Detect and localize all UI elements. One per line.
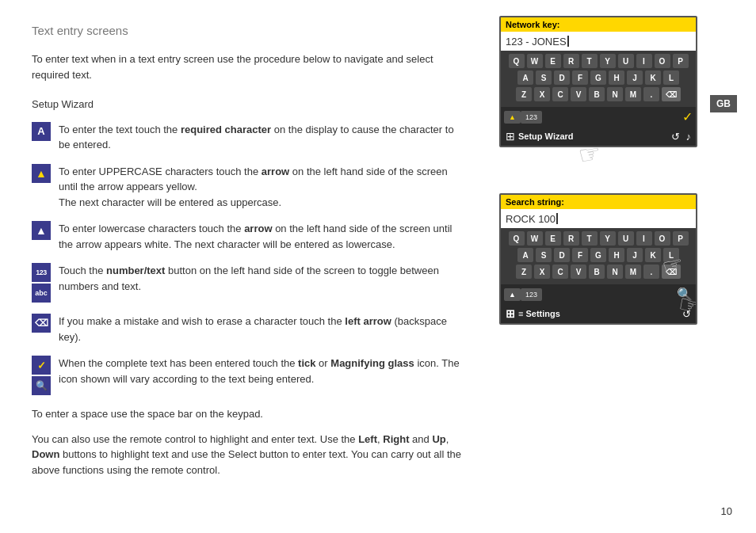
hand-cursor-1-area: ☞ bbox=[578, 139, 601, 169]
icon-up-yellow: ▲ bbox=[32, 164, 51, 183]
icon-abc: abc bbox=[32, 284, 51, 303]
kw1-bottom-row: ▲ 123 ✓ bbox=[501, 107, 696, 127]
up-arrow-icon-2: ▲ bbox=[509, 291, 516, 299]
key2-g[interactable]: G bbox=[590, 248, 606, 262]
key2-p[interactable]: P bbox=[673, 231, 689, 246]
key-a[interactable]: A bbox=[517, 70, 533, 85]
intro-text: To enter text when in a text entry scree… bbox=[32, 51, 468, 82]
key2-x[interactable]: X bbox=[534, 265, 550, 279]
kw2-123-btn[interactable]: 123 bbox=[521, 288, 542, 301]
key2-q[interactable]: Q bbox=[509, 231, 525, 246]
key-w[interactable]: W bbox=[527, 54, 543, 68]
key-z[interactable]: Z bbox=[516, 87, 532, 101]
kw2-up-arrow[interactable]: ▲ bbox=[504, 288, 521, 301]
key-k[interactable]: K bbox=[645, 70, 661, 85]
feature-uppercase: ▲ To enter UPPERCASE characters touch th… bbox=[32, 164, 468, 211]
key2-y[interactable]: Y bbox=[600, 231, 616, 246]
key-q[interactable]: Q bbox=[509, 54, 525, 68]
up-arrow-icon: ▲ bbox=[509, 113, 516, 121]
feature-text-backspace: If you make a mistake and wish to erase … bbox=[59, 314, 468, 345]
gb-badge: GB bbox=[710, 95, 737, 112]
key-l[interactable]: L bbox=[663, 70, 679, 85]
key-o[interactable]: O bbox=[655, 54, 670, 68]
key2-m[interactable]: M bbox=[625, 265, 641, 279]
kw2-123-label: 123 bbox=[525, 291, 537, 299]
key-x[interactable]: X bbox=[534, 87, 550, 101]
key-n[interactable]: N bbox=[607, 87, 623, 101]
page-number: 10 bbox=[721, 505, 732, 517]
kw2-bottom-row: ▲ 123 🔍 bbox=[501, 284, 696, 304]
kw1-cursor bbox=[567, 36, 569, 47]
key2-i[interactable]: I bbox=[636, 231, 652, 246]
key2-o[interactable]: O bbox=[655, 231, 670, 246]
key-dot[interactable]: . bbox=[643, 87, 659, 101]
kw1-123-btn[interactable]: 123 bbox=[521, 111, 542, 124]
setup-wizard-label: Setup Wizard bbox=[32, 97, 468, 112]
kw2-input[interactable]: ROCK 100 bbox=[501, 209, 696, 228]
key2-w[interactable]: W bbox=[527, 231, 543, 246]
feature-text-tick: When the complete text has been entered … bbox=[59, 356, 468, 386]
kw2-cursor bbox=[556, 213, 558, 224]
kw1-row2: A S D F G H J K L bbox=[504, 70, 693, 85]
key-j[interactable]: J bbox=[627, 70, 643, 85]
key2-r[interactable]: R bbox=[563, 231, 579, 246]
key-c[interactable]: C bbox=[552, 87, 568, 101]
kw1-sound-icon[interactable]: ♪ bbox=[686, 131, 692, 143]
key-y[interactable]: Y bbox=[600, 54, 616, 68]
right-panel: GB Network key: 123 - JONES Q W E R T Y … bbox=[491, 0, 737, 533]
icon-backspace: ⌫ bbox=[32, 314, 51, 333]
key-h[interactable]: H bbox=[609, 70, 624, 85]
key2-b[interactable]: B bbox=[589, 265, 605, 279]
key2-a[interactable]: A bbox=[517, 248, 533, 262]
key-g[interactable]: G bbox=[590, 70, 606, 85]
key2-t[interactable]: T bbox=[582, 231, 598, 246]
kw1-up-arrow[interactable]: ▲ bbox=[504, 111, 521, 124]
feature-lowercase: ▲ To enter lowercase characters touch th… bbox=[32, 221, 468, 252]
kw1-input-value: 123 - JONES bbox=[506, 36, 567, 48]
key-p[interactable]: P bbox=[673, 54, 689, 68]
kw1-tick-btn[interactable]: ✓ bbox=[682, 109, 693, 124]
key2-e[interactable]: E bbox=[545, 231, 561, 246]
key2-c[interactable]: C bbox=[552, 265, 568, 279]
key-v[interactable]: V bbox=[571, 87, 586, 101]
kw2-settings-label[interactable]: ≡ Settings bbox=[518, 309, 560, 318]
key-m[interactable]: M bbox=[625, 87, 641, 101]
kw1-footer-icons: ↺ ♪ bbox=[671, 131, 692, 143]
kw2-settings-left: ⊞ ≡ Settings bbox=[506, 307, 560, 320]
key2-v[interactable]: V bbox=[571, 265, 586, 279]
feature-text-lowercase: To enter lowercase characters touch the … bbox=[59, 221, 468, 252]
kw1-input[interactable]: 123 - JONES bbox=[501, 32, 696, 51]
kw1-header: Network key: bbox=[501, 17, 696, 32]
key2-s[interactable]: S bbox=[536, 248, 552, 262]
key-s[interactable]: S bbox=[536, 70, 552, 85]
key-r[interactable]: R bbox=[563, 54, 579, 68]
key-d[interactable]: D bbox=[554, 70, 570, 85]
main-content: Text entry screens To enter text when in… bbox=[0, 0, 491, 533]
key-b[interactable]: B bbox=[589, 87, 605, 101]
key2-d[interactable]: D bbox=[554, 248, 570, 262]
icon-123: 123 bbox=[32, 263, 51, 282]
key2-j[interactable]: J bbox=[627, 248, 643, 262]
kw1-back-icon[interactable]: ↺ bbox=[671, 131, 680, 143]
remote-text: You can also use the remote control to h… bbox=[32, 432, 468, 478]
double-icon-tick-magnify: ✓ 🔍 bbox=[32, 356, 51, 395]
kw1-row3: Z X C V B N M . ⌫ bbox=[504, 87, 693, 101]
icon-a: A bbox=[32, 122, 51, 141]
key-u[interactable]: U bbox=[618, 54, 634, 68]
hand-cursor-2a-area: ☞ bbox=[662, 252, 684, 280]
key-t[interactable]: T bbox=[582, 54, 598, 68]
key2-u[interactable]: U bbox=[618, 231, 634, 246]
key2-dot[interactable]: . bbox=[643, 265, 659, 279]
key-backspace[interactable]: ⌫ bbox=[662, 87, 681, 101]
hand-cursor-2b-area: ☞ bbox=[678, 291, 697, 319]
key-i[interactable]: I bbox=[636, 54, 652, 68]
key2-n[interactable]: N bbox=[607, 265, 623, 279]
feature-tick: ✓ 🔍 When the complete text has been ente… bbox=[32, 356, 468, 395]
key-f[interactable]: F bbox=[572, 70, 588, 85]
hand-cursor-2b-icon: ☞ bbox=[675, 289, 697, 322]
key2-h[interactable]: H bbox=[609, 248, 624, 262]
key2-f[interactable]: F bbox=[572, 248, 588, 262]
key-e[interactable]: E bbox=[545, 54, 561, 68]
key2-z[interactable]: Z bbox=[516, 265, 532, 279]
kw2-input-value: ROCK 100 bbox=[506, 213, 556, 225]
